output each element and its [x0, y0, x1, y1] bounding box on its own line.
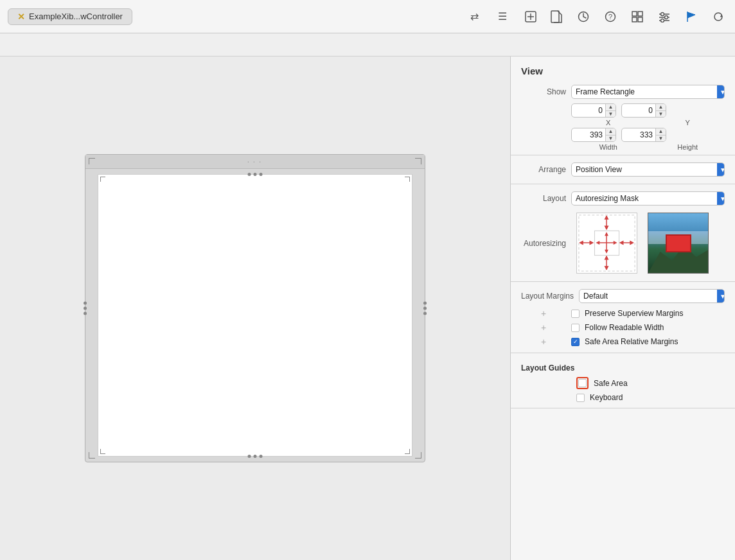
help-icon[interactable]: ? [601, 8, 619, 26]
offset-y-stepper[interactable]: ▲ ▼ [655, 103, 666, 118]
layout-margins-label: Layout Margins [521, 292, 574, 301]
x-value: 393 [572, 130, 605, 139]
offset-x-input[interactable]: 0 ▲ ▼ [571, 103, 616, 118]
stepper-down[interactable]: ▼ [656, 136, 666, 143]
offset-row: 0 ▲ ▼ 0 ▲ ▼ [511, 102, 735, 119]
toolbar-right: ? [547, 8, 727, 26]
arrange-select[interactable]: Position View ▼ [571, 162, 725, 177]
stepper-down[interactable]: ▼ [606, 136, 615, 143]
inner-handle-dot[interactable] [248, 173, 251, 176]
x-label: X [571, 119, 646, 127]
stepper-up[interactable]: ▲ [606, 103, 615, 111]
safe-area-margins-label: Safe Area Relative Margins [585, 337, 678, 346]
safe-area-margins-checkbox[interactable]: ✓ [571, 338, 580, 346]
icorner-tr [405, 177, 410, 182]
stepper-up[interactable]: ▲ [606, 128, 615, 136]
sliders-icon[interactable] [655, 8, 673, 26]
layout-select[interactable]: Autoresizing Mask ▼ [571, 191, 725, 206]
sim-titlebar: • • • [85, 155, 425, 169]
offset-x-stepper[interactable]: ▲ ▼ [605, 103, 615, 118]
stepper-down[interactable]: ▼ [656, 111, 666, 118]
layout-select-text: Autoresizing Mask [572, 194, 717, 203]
svg-point-14 [661, 12, 664, 15]
show-select[interactable]: Frame Rectangle ▼ [571, 85, 725, 99]
layout-margins-arrow[interactable]: ▼ [717, 289, 725, 303]
height-label: Height [651, 143, 725, 151]
file-icon[interactable] [547, 8, 565, 26]
simulator-window: • • • [85, 154, 425, 462]
corner-br [415, 452, 421, 459]
show-select-arrow[interactable]: ▼ [717, 85, 725, 99]
follow-label: Follow Readable Width [585, 323, 664, 332]
follow-checkbox[interactable] [571, 324, 580, 332]
stepper-up[interactable]: ▲ [656, 128, 666, 136]
inner-handle-dot[interactable] [260, 173, 263, 176]
add-button[interactable] [522, 8, 540, 26]
tab-item[interactable]: ✕ ExampleXib...wController [8, 8, 132, 25]
offset-inputs: 0 ▲ ▼ 0 ▲ ▼ [571, 103, 666, 118]
safe-area-margins-row: + ✓ Safe Area Relative Margins [511, 335, 735, 349]
cycle-icon[interactable] [709, 8, 727, 26]
toolbar-center: ⇄ ☰ [465, 8, 540, 26]
offset-x-value: 0 [572, 106, 605, 115]
keyboard-checkbox[interactable] [576, 394, 585, 402]
inner-handle-dot[interactable] [254, 455, 257, 458]
corner-tl [89, 158, 95, 164]
x-stepper[interactable]: ▲ ▼ [605, 128, 615, 142]
arrange-select-arrow[interactable]: ▼ [717, 162, 725, 177]
inner-handle-dot[interactable] [260, 455, 263, 458]
stepper-down[interactable]: ▼ [606, 111, 615, 118]
y-stepper[interactable]: ▲ ▼ [655, 128, 666, 142]
handle-dot[interactable] [423, 302, 427, 305]
flag-icon[interactable] [682, 8, 700, 26]
separator-3 [511, 281, 735, 282]
separator-5 [511, 408, 735, 408]
inner-handles-bottom [248, 455, 263, 458]
arrange-label: Arrange [521, 165, 566, 174]
x-value-input[interactable]: 393 ▲ ▼ [571, 128, 616, 142]
xib-icon: ✕ [17, 12, 25, 22]
icorner-bl [100, 449, 105, 454]
tab-label: ExampleXib...wController [29, 12, 123, 21]
svg-rect-10 [638, 17, 642, 22]
svg-point-16 [661, 19, 664, 22]
align-button[interactable]: ☰ [493, 8, 511, 26]
svg-rect-8 [638, 12, 642, 16]
preview-red-box [666, 234, 691, 252]
layout-margins-select[interactable]: Default ▼ [579, 289, 725, 303]
handle-dot[interactable] [84, 302, 87, 305]
handles-right [423, 302, 427, 315]
stepper-up[interactable]: ▲ [656, 103, 666, 111]
y-value-input[interactable]: 333 ▲ ▼ [621, 128, 666, 142]
svg-rect-7 [632, 12, 637, 16]
inner-handle-dot[interactable] [254, 173, 257, 176]
preserve-checkbox[interactable] [571, 310, 580, 318]
grid-icon[interactable] [628, 8, 646, 26]
svg-point-15 [665, 15, 668, 19]
history-icon[interactable] [574, 8, 592, 26]
arrange-select-text: Position View [572, 165, 717, 174]
inner-view [98, 174, 412, 457]
y-value: 333 [622, 130, 655, 139]
handle-dot[interactable] [423, 307, 427, 310]
keyboard-label: Keyboard [590, 393, 623, 402]
safe-area-checkbox[interactable] [578, 379, 587, 387]
inspector-panel: View Show Frame Rectangle ▼ 0 ▲ ▼ [510, 57, 735, 560]
separator-2 [511, 184, 735, 184]
layout-label: Layout [521, 194, 566, 203]
xy-values-row: 393 ▲ ▼ 333 ▲ ▼ [511, 127, 735, 143]
inner-handle-dot[interactable] [248, 455, 251, 458]
handle-dot[interactable] [423, 312, 427, 315]
keyboard-row: Keyboard [511, 391, 735, 404]
layout-select-arrow[interactable]: ▼ [717, 191, 725, 206]
handle-dot[interactable] [84, 307, 87, 310]
handle-dot[interactable] [84, 312, 87, 315]
autoresizing-label: Autoresizing [521, 239, 566, 248]
titlebar-dots: • • • [247, 160, 262, 164]
layout-margins-value: Default [580, 292, 717, 301]
svg-text:?: ? [608, 13, 612, 21]
refresh-button[interactable]: ⇄ [465, 8, 483, 26]
y-label: Y [651, 119, 725, 127]
offset-y-input[interactable]: 0 ▲ ▼ [621, 103, 666, 118]
handles-left [84, 302, 87, 315]
